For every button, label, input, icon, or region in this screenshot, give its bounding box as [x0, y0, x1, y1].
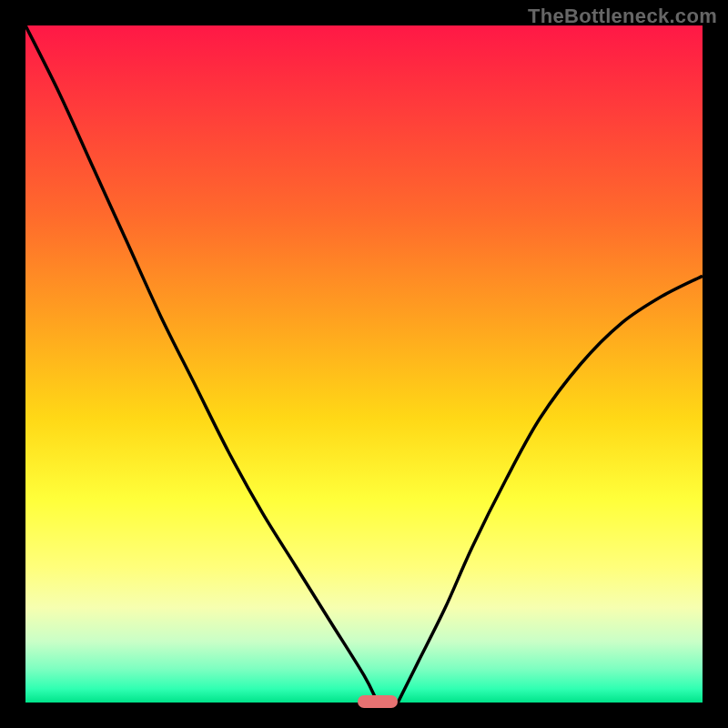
- curve-layer: [25, 25, 703, 703]
- chart-frame: TheBottleneck.com: [0, 0, 728, 728]
- plot-area: [25, 25, 703, 703]
- left-curve: [25, 25, 378, 703]
- bottleneck-marker: [358, 695, 399, 708]
- right-curve: [398, 276, 703, 703]
- watermark-text: TheBottleneck.com: [528, 5, 717, 28]
